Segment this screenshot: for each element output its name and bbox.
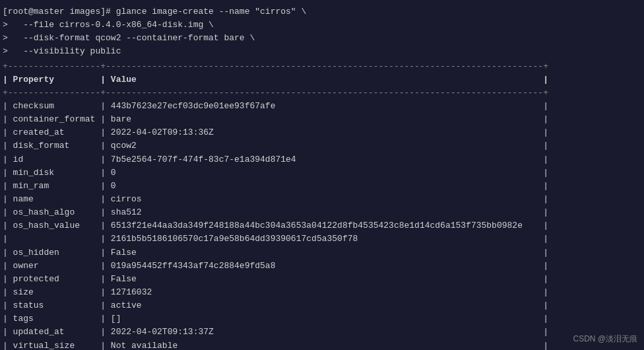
- command-line-3: > --disk-format qcow2 --container-format…: [3, 32, 641, 45]
- table-row: | name | cirros |: [3, 193, 641, 206]
- output-table: +------------------+--------------------…: [3, 60, 641, 350]
- table-row: | status | active |: [3, 299, 641, 312]
- table-row: | os_hash_algo | sha512 |: [3, 206, 641, 219]
- table-row: | checksum | 443b7623e27ecf03dc9e01ee93f…: [3, 100, 641, 113]
- table-body: | checksum | 443b7623e27ecf03dc9e01ee93f…: [3, 100, 641, 350]
- table-row: | protected | False |: [3, 273, 641, 286]
- separator-top: +------------------+--------------------…: [3, 60, 641, 73]
- table-header: | Property | Value |: [3, 73, 641, 87]
- table-row: | virtual_size | Not available |: [3, 339, 641, 350]
- separator-header: +------------------+--------------------…: [3, 87, 641, 100]
- table-row: | disk_format | qcow2 |: [3, 139, 641, 153]
- table-row: | created_at | 2022-04-02T09:13:36Z |: [3, 126, 641, 139]
- table-row: | min_ram | 0 |: [3, 180, 641, 193]
- table-row: | owner | 019a954452ff4343af74c2884e9fd5…: [3, 260, 641, 273]
- watermark: CSDN @淡泪无痕: [573, 333, 637, 345]
- table-row: | updated_at | 2022-04-02T09:13:37Z |: [3, 326, 641, 339]
- table-row: | os_hash_value | 6513f21e44aa3da349f248…: [3, 219, 641, 232]
- table-row: | size | 12716032 |: [3, 286, 641, 299]
- command-line-4: > --visibility public: [3, 45, 641, 58]
- terminal-window: [root@master images]# glance image-creat…: [0, 0, 644, 350]
- command-line-1: [root@master images]# glance image-creat…: [3, 5, 641, 18]
- table-row: | tags | [] |: [3, 312, 641, 326]
- table-row: | id | 7b5e2564-707f-474f-83c7-e1a394d87…: [3, 153, 641, 166]
- table-row: | container_format | bare |: [3, 113, 641, 126]
- command-line-2: > --file cirros-0.4.0-x86_64-disk.img \: [3, 18, 641, 32]
- table-row: | os_hidden | False |: [3, 246, 641, 260]
- table-row: | | 2161b5b5186106570c17a9e58b64dd393906…: [3, 232, 641, 246]
- table-row: | min_disk | 0 |: [3, 166, 641, 180]
